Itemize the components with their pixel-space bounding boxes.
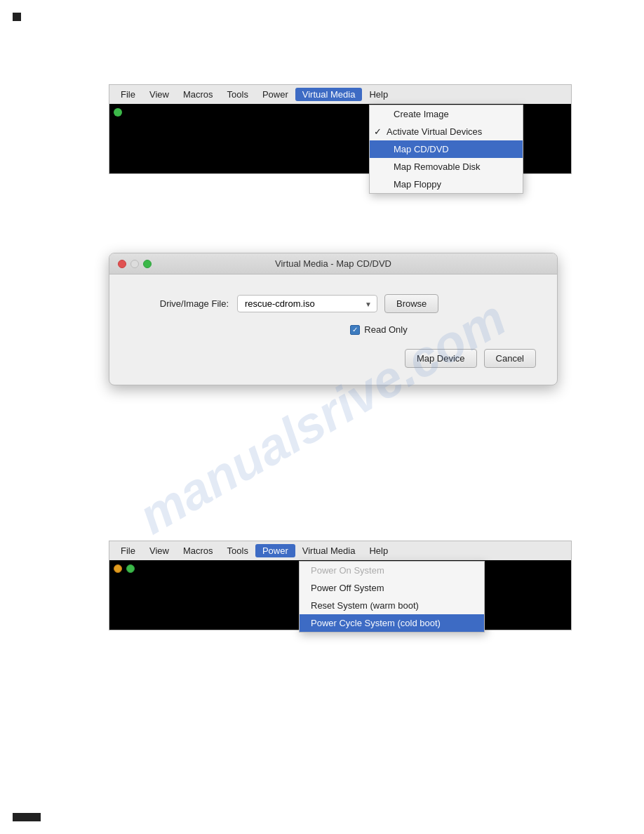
menu2-macros[interactable]: Macros — [176, 544, 220, 557]
menu-macros[interactable]: Macros — [176, 88, 220, 101]
menu2-tools[interactable]: Tools — [220, 544, 255, 557]
virtual-media-dropdown: Create Image ✓ Activate Virtual Devices … — [369, 105, 523, 194]
power-dropdown: Power On System Power Off System Reset S… — [299, 561, 485, 633]
reset-system-warm[interactable]: Reset System (warm boot) — [300, 597, 484, 614]
menu-view[interactable]: View — [142, 88, 176, 101]
check-map-floppy — [381, 179, 391, 190]
menu2-power[interactable]: Power — [255, 544, 295, 557]
drive-label: Drive/Image File: — [130, 298, 229, 309]
screenshot-virtual-media-menu: File View Macros Tools Power Virtual Med… — [109, 84, 572, 174]
traffic-light-green[interactable] — [143, 260, 152, 268]
read-only-label: Read Only — [364, 324, 407, 335]
menu2-file[interactable]: File — [114, 544, 142, 557]
drive-select-wrap: rescue-cdrom.iso ▼ Browse — [237, 294, 438, 313]
menu2-virtual-media[interactable]: Virtual Media — [295, 544, 363, 557]
menu-virtual-media[interactable]: Virtual Media — [295, 88, 363, 101]
browse-button[interactable]: Browse — [384, 294, 438, 313]
traffic-light-green-1 — [114, 108, 122, 117]
menu-file[interactable]: File — [114, 88, 142, 101]
dropdown-map-removable[interactable]: Map Removable Disk — [370, 158, 523, 176]
power-cycle-system-cold[interactable]: Power Cycle System (cold boot) — [300, 614, 484, 632]
menu-help[interactable]: Help — [362, 88, 395, 101]
drive-select[interactable]: rescue-cdrom.iso — [237, 295, 377, 312]
power-on-system[interactable]: Power On System — [300, 562, 484, 579]
corner-mark-bl — [13, 813, 41, 821]
menu2-help[interactable]: Help — [362, 544, 395, 557]
dialog-title: Virtual Media - Map CD/DVD — [275, 258, 391, 269]
dialog-traffic-lights — [118, 260, 152, 268]
dropdown-map-cddvd[interactable]: Map CD/DVD — [370, 140, 523, 158]
read-only-checkbox[interactable]: ✓ — [350, 325, 360, 335]
menu-tools[interactable]: Tools — [220, 88, 255, 101]
dialog-buttons: Map Device Cancel — [130, 349, 536, 368]
cancel-button[interactable]: Cancel — [484, 349, 536, 368]
check-activate-virtual: ✓ — [374, 126, 384, 137]
drive-image-row: Drive/Image File: rescue-cdrom.iso ▼ Bro… — [130, 294, 536, 313]
dropdown-map-floppy[interactable]: Map Floppy — [370, 176, 523, 193]
traffic-light-yellow[interactable] — [130, 260, 139, 268]
dialog-titlebar: Virtual Media - Map CD/DVD — [109, 253, 557, 274]
power-off-system[interactable]: Power Off System — [300, 579, 484, 597]
read-only-row: ✓ Read Only — [222, 324, 536, 335]
menu2-view[interactable]: View — [142, 544, 176, 557]
check-map-cddvd — [381, 144, 391, 154]
corner-mark-tl — [13, 13, 21, 21]
traffic-light-orange — [114, 564, 122, 573]
drive-select-wrapper: rescue-cdrom.iso ▼ — [237, 295, 377, 312]
menubar-1: File View Macros Tools Power Virtual Med… — [109, 84, 572, 104]
screenshot-map-cddvd-dialog: Virtual Media - Map CD/DVD Drive/Image F… — [109, 253, 558, 385]
traffic-light-green-2 — [126, 564, 135, 573]
dropdown-activate-virtual[interactable]: ✓ Activate Virtual Devices — [370, 123, 523, 140]
check-create-image — [381, 109, 391, 119]
dialog-window: Virtual Media - Map CD/DVD Drive/Image F… — [109, 253, 558, 385]
screenshot-power-menu: File View Macros Tools Power Virtual Med… — [109, 541, 572, 630]
menubar-2: File View Macros Tools Power Virtual Med… — [109, 541, 572, 560]
map-device-button[interactable]: Map Device — [405, 349, 477, 368]
check-map-removable — [381, 161, 391, 172]
dropdown-create-image[interactable]: Create Image — [370, 105, 523, 123]
menu-power[interactable]: Power — [255, 88, 295, 101]
dialog-body: Drive/Image File: rescue-cdrom.iso ▼ Bro… — [109, 274, 557, 385]
traffic-light-red[interactable] — [118, 260, 126, 268]
